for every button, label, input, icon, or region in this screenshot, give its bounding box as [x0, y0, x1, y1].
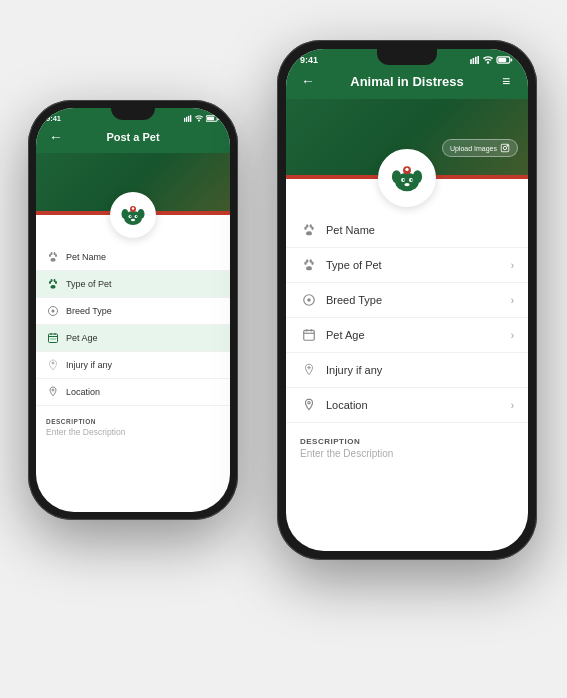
calendar-icon-front: [300, 326, 318, 344]
svg-point-11: [138, 209, 145, 219]
app-header-back: ← Post a Pet ≡: [36, 125, 230, 153]
form-list-back: Pet Name Type of Pet Breed Type: [36, 238, 230, 412]
description-section-front: DESCRIPTION Enter the Description: [286, 429, 528, 467]
breed-icon-front: [300, 291, 318, 309]
svg-rect-7: [207, 117, 214, 121]
svg-point-33: [487, 61, 490, 64]
description-section-back: DESCRIPTION Enter the Description: [36, 412, 230, 443]
svg-point-42: [392, 170, 401, 183]
svg-rect-53: [304, 330, 315, 340]
svg-point-16: [131, 219, 135, 222]
avatar-front: [378, 149, 436, 207]
menu-icon-front[interactable]: ≡: [496, 73, 516, 89]
svg-point-4: [198, 120, 200, 122]
svg-point-57: [308, 402, 310, 404]
label-location-back: Location: [66, 387, 220, 397]
svg-rect-29: [470, 59, 472, 64]
notch-back: [111, 108, 155, 120]
chevron-breedtype-front: ›: [511, 295, 514, 306]
svg-rect-36: [498, 58, 506, 62]
svg-point-18: [132, 207, 135, 210]
desc-label-front: DESCRIPTION: [300, 437, 514, 446]
header-title-front: Animal in Distress: [318, 74, 496, 89]
pet-icon-front: [300, 256, 318, 274]
label-injury-front: Injury if any: [326, 364, 514, 376]
label-petname-front: Pet Name: [326, 224, 514, 236]
label-injury-back: Injury if any: [66, 360, 220, 370]
form-item-petage-front[interactable]: Pet Age ›: [286, 318, 528, 353]
form-item-typeofpet-front[interactable]: Type of Pet ›: [286, 248, 528, 283]
phone-back: 9:41 ← Post a Pet ≡: [28, 100, 238, 520]
desc-label-back: DESCRIPTION: [46, 418, 220, 425]
phones-container: 9:41 ← Post a Pet ≡: [0, 0, 567, 698]
avatar-wrap-front: [286, 149, 528, 207]
svg-rect-2: [188, 116, 189, 122]
location-icon-back: [46, 385, 60, 399]
svg-rect-21: [49, 334, 58, 343]
back-arrow-back[interactable]: ←: [46, 129, 66, 145]
form-list-front: Pet Name Type of Pet › Breed Type ›: [286, 207, 528, 429]
back-arrow-front[interactable]: ←: [298, 73, 318, 89]
label-location-front: Location: [326, 399, 511, 411]
form-item-injury-back[interactable]: Injury if any: [36, 352, 230, 379]
svg-point-14: [130, 216, 132, 218]
form-item-typeofpet-back[interactable]: Type of Pet: [36, 271, 230, 298]
desc-placeholder-back: Enter the Description: [46, 427, 220, 437]
form-item-location-front[interactable]: Location ›: [286, 388, 528, 423]
breed-icon-back: [46, 304, 60, 318]
svg-point-39: [507, 145, 508, 146]
form-item-location-back[interactable]: Location: [36, 379, 230, 406]
svg-rect-0: [184, 118, 185, 122]
form-item-petname-back[interactable]: Pet Name: [36, 244, 230, 271]
avatar-back: [110, 192, 156, 238]
svg-point-10: [122, 209, 129, 219]
phone-front: 9:41 ← Animal in Distress ≡ Upload Image…: [277, 40, 537, 560]
app-header-front: ← Animal in Distress ≡: [286, 67, 528, 99]
location-icon-front: [300, 396, 318, 414]
header-title-back: Post a Pet: [66, 131, 200, 143]
svg-point-46: [403, 179, 405, 181]
chevron-location-front: ›: [511, 400, 514, 411]
form-item-breedtype-front[interactable]: Breed Type ›: [286, 283, 528, 318]
svg-point-48: [404, 183, 409, 186]
svg-rect-6: [218, 117, 219, 120]
label-petage-back: Pet Age: [66, 333, 220, 343]
label-breedtype-back: Breed Type: [66, 306, 220, 316]
svg-rect-3: [190, 115, 191, 122]
desc-placeholder-front: Enter the Description: [300, 448, 514, 459]
injury-icon-front: [300, 361, 318, 379]
status-icons-back: [184, 115, 220, 122]
svg-rect-30: [473, 58, 475, 64]
form-item-injury-front[interactable]: Injury if any: [286, 353, 528, 388]
svg-rect-31: [475, 57, 477, 64]
svg-point-47: [411, 179, 413, 181]
paw-icon-back: [46, 250, 60, 264]
label-petage-front: Pet Age: [326, 329, 511, 341]
svg-point-20: [52, 310, 55, 313]
form-item-petname-front[interactable]: Pet Name: [286, 213, 528, 248]
injury-icon-back: [46, 358, 60, 372]
chevron-petage-front: ›: [511, 330, 514, 341]
status-time-front: 9:41: [300, 55, 318, 65]
svg-point-50: [405, 168, 408, 171]
label-petname-back: Pet Name: [66, 252, 220, 262]
status-time-back: 9:41: [46, 114, 61, 123]
svg-rect-32: [477, 56, 479, 64]
label-typeofpet-back: Type of Pet: [66, 279, 220, 289]
avatar-wrap-back: [36, 192, 230, 238]
form-item-petage-back[interactable]: Pet Age: [36, 325, 230, 352]
paw-icon-front: [300, 221, 318, 239]
form-item-breedtype-back[interactable]: Breed Type: [36, 298, 230, 325]
svg-rect-35: [511, 58, 513, 61]
chevron-typeofpet-front: ›: [511, 260, 514, 271]
calendar-icon-back: [46, 331, 60, 345]
svg-point-52: [307, 298, 311, 302]
status-icons-front: [470, 56, 514, 64]
notch-front: [377, 49, 437, 65]
svg-point-43: [413, 170, 422, 183]
label-typeofpet-front: Type of Pet: [326, 259, 511, 271]
pet-icon-back: [46, 277, 60, 291]
label-breedtype-front: Breed Type: [326, 294, 511, 306]
svg-rect-1: [186, 117, 187, 122]
svg-point-28: [52, 389, 54, 391]
